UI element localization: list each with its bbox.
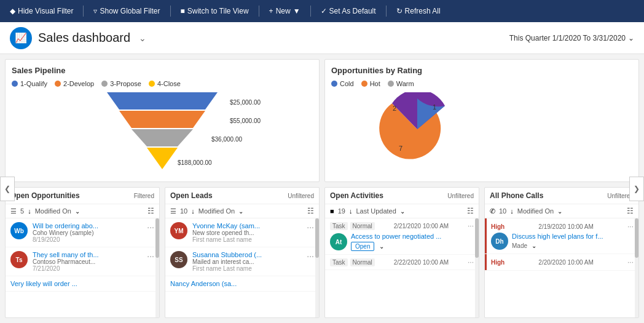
phone-priority: High <box>491 223 505 230</box>
activity-item[interactable]: Task Normal 2/21/2020 10:00 AM ··· At Ac… <box>325 218 479 255</box>
pie-svg: 7 2 1 <box>331 92 503 166</box>
scrollbar-thumb[interactable] <box>635 218 638 258</box>
activities-card-body: Task Normal 2/21/2020 10:00 AM ··· At Ac… <box>325 218 479 317</box>
item-more-icon[interactable]: ··· <box>307 251 314 261</box>
phone-sort-label[interactable]: Modified On <box>517 207 554 215</box>
list-item[interactable]: YM Yvonne McKay (sam... New store opened… <box>165 218 319 247</box>
page-title: Sales dashboard <box>38 31 130 45</box>
list-item[interactable]: SS Susanna Stubberod (... Mailed an inte… <box>165 247 319 276</box>
phone-more-icon2[interactable]: ··· <box>627 258 634 266</box>
avatar: Dh <box>491 233 508 250</box>
list-item[interactable]: Wb Will be ordering abo... Coho Winery (… <box>6 218 159 247</box>
opp-card-title: Open Opportunities <box>10 191 80 200</box>
plus-icon: + <box>269 7 273 15</box>
svg-text:1: 1 <box>433 103 436 111</box>
legend-cold: Cold <box>331 80 354 87</box>
leads-card-header: Open Leads Unfiltered <box>165 188 319 204</box>
opportunities-rating-chart: Opportunities by Rating Cold Hot Warm <box>324 59 639 182</box>
item-more-icon[interactable]: ··· <box>147 251 154 261</box>
refresh-all-btn[interactable]: ↻ Refresh All <box>391 4 446 18</box>
activities-sort-down-icon[interactable]: ↓ <box>349 207 353 215</box>
svg-marker-0 <box>107 92 218 110</box>
phone-sort-icon: ✆ <box>490 207 495 215</box>
svg-text:$55,000.00: $55,000.00 <box>230 118 261 124</box>
opp-sort-chevron[interactable]: ⌄ <box>75 208 80 215</box>
activity-datetime: 2/21/2020 10:00 AM <box>394 223 449 229</box>
header-left: 📈 Sales dashboard ⌄ <box>10 27 146 49</box>
activities-count: 19 <box>338 207 345 215</box>
list-item[interactable]: Nancy Anderson (sa... <box>165 276 319 292</box>
activities-filter-icon[interactable]: ☷ <box>467 207 474 215</box>
avatar: SS <box>170 251 187 268</box>
opp-filter-icon[interactable]: ☷ <box>147 207 154 215</box>
activity-more-icon2[interactable]: ··· <box>468 258 474 266</box>
scrollbar-thumb[interactable] <box>475 218 479 258</box>
open-chevron-icon[interactable]: ⌄ <box>379 243 384 250</box>
phone-filter-icon[interactable]: ☷ <box>627 207 634 215</box>
list-item[interactable]: Very likely will order ... <box>6 276 159 292</box>
scrollbar-thumb[interactable] <box>315 218 319 258</box>
scrollbar-thumb[interactable] <box>155 218 159 258</box>
date-range[interactable]: This Quarter 1/1/2020 To 3/31/2020 ⌄ <box>509 34 634 42</box>
app-icon: 📈 <box>10 27 32 49</box>
show-global-filter-btn[interactable]: ▿ Show Global Filter <box>88 4 165 18</box>
avatar: YM <box>170 222 187 239</box>
hide-visual-filter-btn[interactable]: ◆ Hide Visual Filter <box>5 4 78 18</box>
opp-sort-label[interactable]: Modified On <box>35 207 71 215</box>
divider-4 <box>310 6 311 17</box>
funnel-visual: $25,000.00 $55,000.00 $36,000.00 $188,00… <box>12 92 313 172</box>
svg-text:$188,000.00: $188,000.00 <box>178 159 212 166</box>
leads-sort-chevron[interactable]: ⌄ <box>238 208 243 215</box>
opp-sort-icon: ☰ <box>10 207 17 215</box>
nav-next-arrow[interactable]: ❯ <box>629 177 644 201</box>
set-default-btn[interactable]: ✓ Set As Default <box>316 4 381 18</box>
item-content: Very likely will order ... <box>10 280 154 287</box>
activity-type-tag: Task <box>330 258 348 266</box>
scrollbar-track <box>155 218 159 317</box>
leads-filter-icon[interactable]: ☷ <box>307 207 314 215</box>
leads-sort-down-icon[interactable]: ↓ <box>191 207 195 215</box>
activity-priority-tag: Normal <box>350 222 375 230</box>
divider-2 <box>170 6 171 17</box>
open-leads-card: Open Leads Unfiltered ☰ 10 ↓ Modified On… <box>165 187 320 318</box>
phone-call-item[interactable]: High 2/19/2020 10:00 AM ··· Dh Discuss h… <box>485 218 638 254</box>
open-opportunities-card: Open Opportunities Filtered ☰ 5 ↓ Modifi… <box>5 187 160 318</box>
switch-tile-view-btn[interactable]: ■ Switch to Tile View <box>176 4 254 18</box>
phone-sort-down-icon[interactable]: ↓ <box>510 207 514 215</box>
avatar: Wb <box>10 222 28 239</box>
avatar: Ts <box>10 251 28 268</box>
item-more-icon[interactable]: ··· <box>307 222 314 232</box>
page-header: 📈 Sales dashboard ⌄ This Quarter 1/1/202… <box>0 22 644 54</box>
activities-sort-chevron[interactable]: ⌄ <box>400 208 405 215</box>
title-chevron-icon[interactable]: ⌄ <box>139 33 146 43</box>
legend-hot: Hot <box>361 80 380 87</box>
phone-status-chevron[interactable]: ⌄ <box>532 242 536 249</box>
item-more-icon[interactable]: ··· <box>147 222 154 232</box>
leads-sort-label[interactable]: Modified On <box>198 207 235 215</box>
item-title: Nancy Anderson (sa... <box>170 280 314 287</box>
nav-prev-arrow[interactable]: ❮ <box>0 177 15 201</box>
legend-warm: Warm <box>388 80 414 87</box>
activity-more-icon[interactable]: ··· <box>468 221 474 230</box>
item-subtitle: Mailed an interest ca... <box>192 258 302 265</box>
phone-count: 10 <box>499 207 506 215</box>
phone-call-item[interactable]: High 2/20/2020 10:00 AM ··· <box>485 254 638 271</box>
activity-item[interactable]: Task Normal 2/22/2020 10:00 AM ··· <box>325 255 479 270</box>
phone-more-icon[interactable]: ··· <box>627 222 634 231</box>
phone-sort-chevron[interactable]: ⌄ <box>557 208 562 215</box>
sales-pipeline-title: Sales Pipeline <box>12 66 313 75</box>
divider-3 <box>259 6 259 17</box>
opp-sort-down-icon[interactable]: ↓ <box>28 207 31 215</box>
activities-sort-label[interactable]: Last Updated <box>356 207 396 215</box>
svg-text:$25,000.00: $25,000.00 <box>230 99 261 106</box>
develop-dot <box>55 81 61 87</box>
item-date: First name Last name <box>192 236 302 243</box>
item-content: Susanna Stubberod (... Mailed an interes… <box>192 251 302 272</box>
list-item[interactable]: Ts They sell many of th... Contoso Pharm… <box>6 247 159 276</box>
phone-card-toolbar: ✆ 10 ↓ Modified On ⌄ ☷ <box>485 204 638 218</box>
svg-text:7: 7 <box>399 145 402 152</box>
divider-5 <box>386 6 387 17</box>
new-btn[interactable]: + New ▼ <box>264 4 305 18</box>
item-content: They sell many of th... Contoso Pharmace… <box>33 251 142 272</box>
opp-card-body: Wb Will be ordering abo... Coho Winery (… <box>6 218 159 317</box>
